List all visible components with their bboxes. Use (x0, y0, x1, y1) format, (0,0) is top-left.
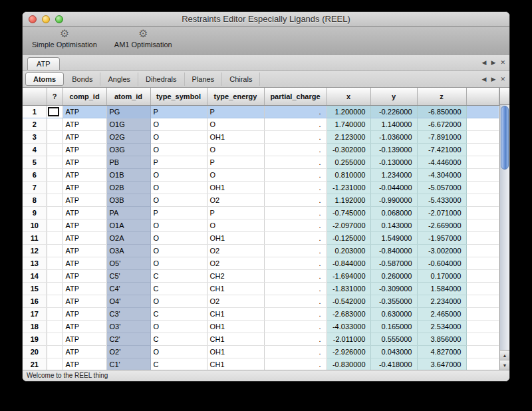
cell-atom_id[interactable]: PA (106, 206, 150, 219)
cell-atom_id[interactable]: O3B (106, 194, 150, 206)
cell-type_symbol[interactable]: C (150, 269, 207, 282)
cell-type_symbol[interactable]: C (150, 333, 207, 345)
cell-x[interactable]: 1.200000 (327, 105, 370, 118)
table-row[interactable]: 11ATPO2AOOH1.-0.1250001.549000-1.957000 (23, 231, 499, 244)
cell-y[interactable]: -0.418000 (370, 358, 417, 370)
table-row[interactable]: 1ATPPGPP.1.200000-0.226000-6.850000 (23, 105, 499, 118)
tab-close-icon[interactable]: ✕ (500, 59, 505, 66)
table-row[interactable]: 10ATPO1AOO.-2.0970000.143000-2.669000 (23, 219, 499, 231)
cell-type_energy[interactable]: OH1 (207, 130, 264, 143)
cell-z[interactable]: 2.534000 (417, 320, 466, 333)
cell-partial_charge[interactable]: . (264, 269, 327, 282)
cell-partial_charge[interactable]: . (264, 219, 327, 231)
column-header-x[interactable]: x (327, 88, 370, 105)
cell-atom_id[interactable]: O2B (106, 181, 150, 194)
column-header-comp_id[interactable]: comp_id (63, 88, 106, 105)
cell-z[interactable]: -6.672000 (417, 118, 466, 130)
cell-comp_id[interactable]: ATP (63, 130, 106, 143)
cell-x[interactable]: -1.694000 (327, 269, 370, 282)
cell-z[interactable]: 4.827000 (417, 345, 466, 358)
cell-partial_charge[interactable]: . (264, 231, 327, 244)
cell-type_symbol[interactable]: P (150, 105, 207, 118)
flag-cell[interactable] (47, 181, 63, 194)
table-row[interactable]: 7ATPO2BOOH1.-1.231000-0.044000-5.057000 (23, 181, 499, 194)
cell-y[interactable]: 1.549000 (370, 231, 417, 244)
cell-type_symbol[interactable]: O (150, 295, 207, 307)
cell-type_symbol[interactable]: O (150, 143, 207, 156)
cell-y[interactable]: -0.309000 (370, 282, 417, 295)
cell-partial_charge[interactable]: . (264, 130, 327, 143)
tab-dihedrals[interactable]: Dihedrals (138, 72, 184, 86)
cell-comp_id[interactable]: ATP (63, 168, 106, 181)
table-row[interactable]: 3ATPO2GOOH1.2.123000-1.036000-7.891000 (23, 130, 499, 143)
cell-x[interactable]: -1.231000 (327, 181, 370, 194)
cell-comp_id[interactable]: ATP (63, 257, 106, 269)
cell-type_energy[interactable]: CH1 (207, 333, 264, 345)
cell-type_symbol[interactable]: P (150, 206, 207, 219)
cell-z[interactable]: -4.446000 (417, 156, 466, 168)
cell-x[interactable]: 0.203000 (327, 244, 370, 257)
cell-type_energy[interactable]: OH1 (207, 345, 264, 358)
cell-comp_id[interactable]: ATP (63, 295, 106, 307)
cell-x[interactable]: -0.302000 (327, 143, 370, 156)
cell-type_symbol[interactable]: O (150, 194, 207, 206)
cell-partial_charge[interactable]: . (264, 143, 327, 156)
cell-type_symbol[interactable]: O (150, 320, 207, 333)
cell-comp_id[interactable]: ATP (63, 181, 106, 194)
cell-y[interactable]: -0.355000 (370, 295, 417, 307)
cell-y[interactable]: 1.140000 (370, 118, 417, 130)
cell-type_energy[interactable]: CH1 (207, 307, 264, 320)
scroll-down-button[interactable]: ▼ (500, 360, 509, 370)
tab-scroll-left-icon[interactable]: ◀ (482, 76, 487, 82)
scrollbar-track[interactable] (500, 105, 509, 350)
cell-type_energy[interactable]: O (207, 219, 264, 231)
cell-comp_id[interactable]: ATP (63, 219, 106, 231)
cell-y[interactable]: 0.043000 (370, 345, 417, 358)
am1-optimisation-button[interactable]: ⚙ AM1 Optimisation (114, 28, 172, 49)
flag-cell[interactable] (47, 206, 63, 219)
cell-comp_id[interactable]: ATP (63, 269, 106, 282)
cell-x[interactable]: -0.745000 (327, 206, 370, 219)
cell-type_symbol[interactable]: O (150, 244, 207, 257)
flag-cell[interactable] (47, 333, 63, 345)
cell-type_energy[interactable]: P (207, 156, 264, 168)
table-row[interactable]: 21ATPC1'CCH1.-0.830000-0.4180003.647000 (23, 358, 499, 370)
flag-cell[interactable] (47, 156, 63, 168)
flag-cell[interactable] (47, 320, 63, 333)
cell-type_symbol[interactable]: C (150, 282, 207, 295)
cell-partial_charge[interactable]: . (264, 282, 327, 295)
cell-z[interactable]: -5.433000 (417, 194, 466, 206)
cell-comp_id[interactable]: ATP (63, 345, 106, 358)
cell-comp_id[interactable]: ATP (63, 307, 106, 320)
cell-atom_id[interactable]: O2G (106, 130, 150, 143)
cell-type_symbol[interactable]: C (150, 358, 207, 370)
cell-partial_charge[interactable]: . (264, 118, 327, 130)
cell-y[interactable]: -0.990000 (370, 194, 417, 206)
cell-type_energy[interactable]: O2 (207, 257, 264, 269)
cell-atom_id[interactable]: O1G (106, 118, 150, 130)
cell-comp_id[interactable]: ATP (63, 320, 106, 333)
cell-comp_id[interactable]: ATP (63, 194, 106, 206)
tab-scroll-left-icon[interactable]: ◀ (482, 59, 487, 66)
cell-partial_charge[interactable]: . (264, 244, 327, 257)
flag-cell[interactable] (47, 231, 63, 244)
cell-atom_id[interactable]: PB (106, 156, 150, 168)
cell-type_energy[interactable]: O (207, 118, 264, 130)
cell-atom_id[interactable]: O4' (106, 295, 150, 307)
table-row[interactable]: 19ATPC2'CCH1.-2.0110000.5550003.856000 (23, 333, 499, 345)
table-row[interactable]: 17ATPC3'CCH1.-2.6830000.6300002.465000 (23, 307, 499, 320)
table-row[interactable]: 8ATPO3BOO2.1.192000-0.990000-5.433000 (23, 194, 499, 206)
cell-z[interactable]: -4.304000 (417, 168, 466, 181)
cell-type_energy[interactable]: O2 (207, 244, 264, 257)
cell-y[interactable]: 0.068000 (370, 206, 417, 219)
cell-y[interactable]: -0.139000 (370, 143, 417, 156)
flag-cell[interactable] (47, 282, 63, 295)
cell-type_energy[interactable]: OH1 (207, 320, 264, 333)
cell-atom_id[interactable]: O1A (106, 219, 150, 231)
cell-type_symbol[interactable]: C (150, 307, 207, 320)
cell-x[interactable]: -2.683000 (327, 307, 370, 320)
cell-x[interactable]: -0.125000 (327, 231, 370, 244)
cell-type_energy[interactable]: CH1 (207, 282, 264, 295)
cell-z[interactable]: -2.669000 (417, 219, 466, 231)
flag-cell[interactable] (47, 219, 63, 231)
